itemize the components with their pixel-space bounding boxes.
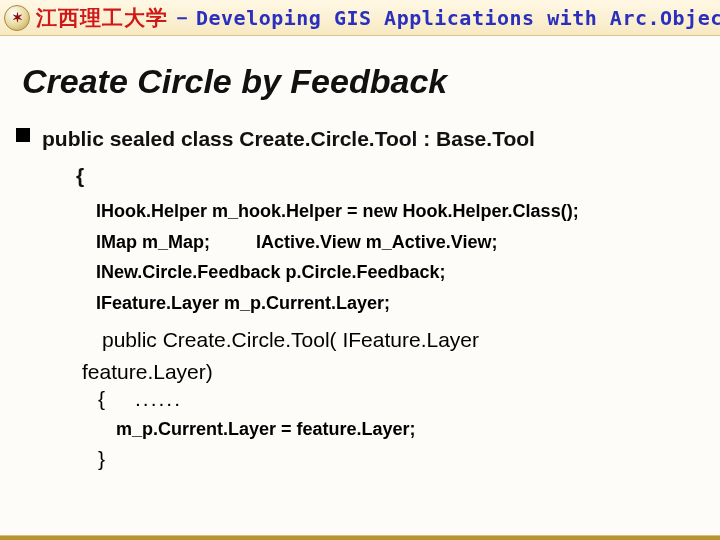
footer-stripe — [0, 536, 720, 540]
bullet-icon — [16, 128, 30, 142]
ctor-sig-line2: feature.Layer) — [42, 356, 720, 388]
header-dash: － — [172, 4, 192, 31]
class-declaration: public sealed class Create.Circle.Tool :… — [42, 123, 720, 156]
logo-glyph: ✶ — [12, 10, 23, 25]
ctor-body-assign: m_p.Current.Layer = feature.Layer; — [42, 411, 720, 447]
open-brace: { — [42, 160, 720, 193]
field-line-1: IHook.Helper m_hook.Helper = new Hook.He… — [42, 196, 720, 227]
field-line-4: IFeature.Layer m_p.Current.Layer; — [42, 288, 720, 319]
header-cn-text: 江西理工大学 — [36, 4, 168, 32]
slide-title: Create Circle by Feedback — [22, 62, 720, 101]
ctor-close-brace: } — [42, 447, 720, 471]
ctor-ellipsis: ...... — [135, 387, 182, 410]
field-line-3: INew.Circle.Feedback p.Circle.Feedback; — [42, 257, 720, 288]
ctor-open-brace: {...... — [42, 387, 720, 411]
ctor-sig-line1: public Create.Circle.Tool( IFeature.Laye… — [42, 324, 720, 356]
class-decl-text: public sealed class Create.Circle.Tool :… — [42, 127, 535, 150]
header-en-text: Developing GIS Applications with Arc.Obj… — [196, 6, 720, 30]
ctor-open-brace-char: { — [98, 387, 105, 410]
field-2b: IActive.View m_Active.View; — [256, 232, 497, 252]
field-line-2: IMap m_Map;IActive.View m_Active.View; — [42, 227, 720, 258]
header-bar: ✶ 江西理工大学 － Developing GIS Applications w… — [0, 0, 720, 36]
field-2a: IMap m_Map; — [96, 232, 210, 252]
slide-content: public sealed class Create.Circle.Tool :… — [0, 123, 720, 471]
university-logo: ✶ — [4, 5, 30, 31]
